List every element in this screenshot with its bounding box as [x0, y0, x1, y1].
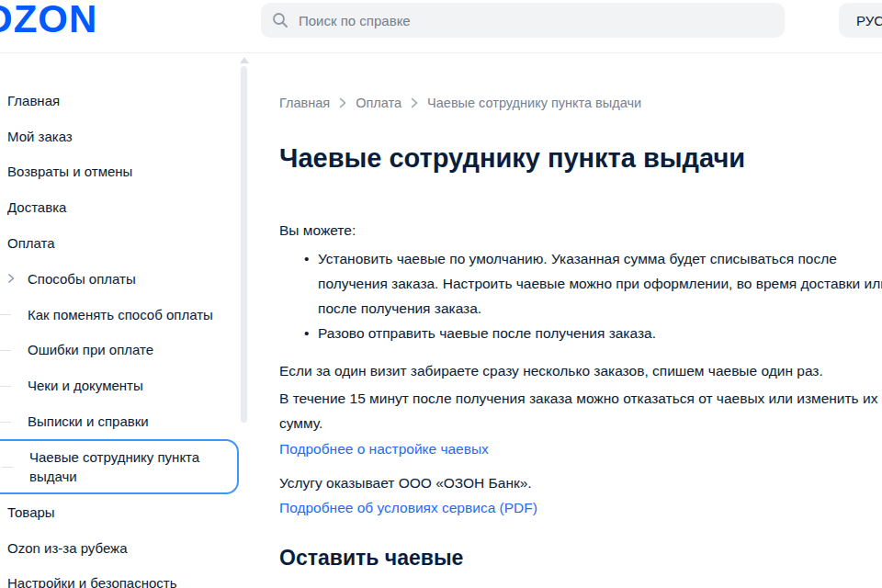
- page-title: Чаевые сотруднику пункта выдачи: [279, 143, 745, 174]
- sidebar-item-nastroyki[interactable]: Настройки и безопасность: [0, 566, 241, 588]
- sidebar-item-ozon-iz-za-rubezha[interactable]: Ozon из-за рубежа: [0, 530, 241, 566]
- sidebar-item-moy-zakaz[interactable]: Мой заказ: [0, 119, 241, 154]
- sidebar-item-chaevye-active[interactable]: Чаевые сотруднику пункта выдачи: [0, 439, 239, 494]
- breadcrumb-home[interactable]: Главная: [279, 96, 330, 110]
- top-bar: OZON РУС: [0, 0, 882, 53]
- search-input[interactable]: [297, 12, 774, 29]
- help-search[interactable]: [261, 3, 785, 38]
- intro-text: Вы можете:: [279, 222, 356, 239]
- sidebar-scrollbar[interactable]: [241, 66, 247, 423]
- link-service-terms-pdf[interactable]: Подробнее об условиях сервиса (PDF): [279, 500, 537, 516]
- chevron-right-icon: [6, 273, 17, 284]
- sidebar-item-glavnaya[interactable]: Главная: [0, 83, 241, 119]
- breadcrumb-chevron-icon: [411, 97, 418, 108]
- sidebar-item-vozvraty[interactable]: Возвраты и отмены: [0, 154, 241, 190]
- breadcrumb: Главная Оплата Чаевые сотруднику пункта …: [279, 96, 641, 110]
- list-item: Установить чаевые по умолчанию. Указанна…: [303, 246, 882, 321]
- sidebar-item-vypiski[interactable]: Выписки и справки: [0, 403, 241, 439]
- sidebar-item-label: Способы оплаты: [28, 271, 136, 287]
- list-item: Разово отправить чаевые после получения …: [303, 321, 882, 345]
- sidebar-item-dostavka[interactable]: Доставка: [0, 189, 241, 225]
- sidebar-item-tovary[interactable]: Товары: [0, 494, 241, 530]
- ozon-logo[interactable]: OZON: [0, 0, 97, 41]
- paragraph-ozon-bank: Услугу оказывает ООО «ОЗОН Банк».: [279, 470, 881, 495]
- sidebar-item-oplata[interactable]: Оплата: [0, 225, 241, 261]
- sidebar-item-sposoby-oplaty[interactable]: Способы оплаты: [0, 261, 241, 297]
- link-tips-settings[interactable]: Подробнее о настройке чаевых: [279, 441, 489, 458]
- search-icon: [272, 12, 288, 28]
- breadcrumb-chevron-icon: [339, 97, 346, 108]
- sidebar-nav: Главная Мой заказ Возвраты и отмены Дост…: [0, 83, 241, 588]
- sidebar-item-oshibki[interactable]: Ошибки при оплате: [0, 333, 241, 368]
- sidebar-item-kak-pomenyat[interactable]: Как поменять способ оплаты: [0, 297, 241, 333]
- paragraph-one-visit: Если за один визит забираете сразу неско…: [279, 358, 881, 383]
- options-list: Установить чаевые по умолчанию. Указанна…: [303, 246, 882, 345]
- breadcrumb-oplata[interactable]: Оплата: [356, 96, 401, 110]
- paragraph-15-minutes: В течение 15 минут после получения заказ…: [279, 386, 881, 435]
- breadcrumb-current: Чаевые сотруднику пункта выдачи: [427, 96, 641, 110]
- sidebar-item-cheki[interactable]: Чеки и документы: [0, 368, 241, 403]
- section-heading-leave-tips: Оставить чаевые: [279, 546, 463, 571]
- scrollbar-up-arrow[interactable]: [240, 57, 249, 63]
- language-button[interactable]: РУС: [839, 3, 882, 38]
